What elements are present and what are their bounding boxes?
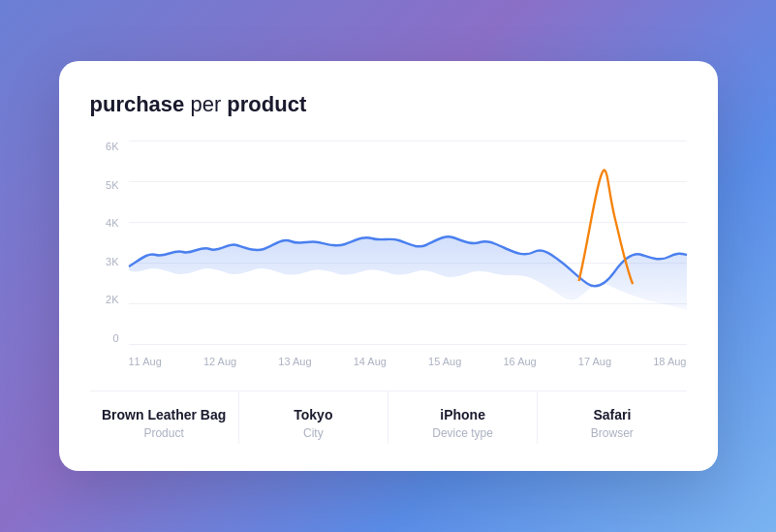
y-label-0: 0: [112, 332, 124, 344]
x-label-1: 12 Aug: [203, 356, 236, 367]
legend-item-0: Brown Leather Bag Product: [90, 391, 239, 444]
legend-item-2: iPhone Device type: [388, 391, 538, 444]
x-label-5: 16 Aug: [503, 356, 536, 367]
x-label-2: 13 Aug: [278, 356, 311, 367]
legend-item-3: Safari Browser: [538, 391, 686, 444]
legend-main-3: Safari: [593, 407, 631, 422]
x-label-6: 17 Aug: [578, 356, 611, 367]
y-label-3k: 3K: [106, 256, 124, 267]
chart-plot: [129, 141, 687, 344]
x-label-4: 15 Aug: [428, 356, 461, 367]
svg-chart: [129, 141, 687, 344]
legend-main-0: Brown Leather Bag: [102, 407, 226, 422]
blue-area-fill: [129, 236, 687, 310]
legend-main-1: Tokyo: [294, 407, 332, 422]
y-label-6k: 6K: [106, 141, 124, 152]
legend-main-2: iPhone: [440, 407, 485, 422]
chart-title: purchase per product: [90, 92, 687, 117]
x-label-0: 11 Aug: [129, 356, 162, 367]
y-axis: 6K 5K 4K 3K 2K 0: [90, 141, 125, 344]
dashboard-card: purchase per product 6K 5K 4K 3K 2K 0: [59, 61, 718, 471]
legend-sub-1: City: [303, 426, 324, 440]
legend-sub-3: Browser: [591, 426, 634, 440]
legend-sub-2: Device type: [432, 426, 493, 440]
x-axis: 11 Aug 12 Aug 13 Aug 14 Aug 15 Aug 16 Au…: [129, 350, 687, 373]
x-label-3: 14 Aug: [354, 356, 387, 367]
x-label-7: 18 Aug: [653, 356, 686, 367]
y-label-2k: 2K: [106, 294, 124, 305]
chart-area: 6K 5K 4K 3K 2K 0: [90, 141, 687, 373]
legend-item-1: Tokyo City: [239, 391, 388, 444]
legend-row: Brown Leather Bag Product Tokyo City iPh…: [90, 391, 687, 444]
y-label-5k: 5K: [106, 179, 124, 191]
legend-sub-0: Product: [143, 426, 183, 440]
y-label-4k: 4K: [106, 217, 124, 229]
